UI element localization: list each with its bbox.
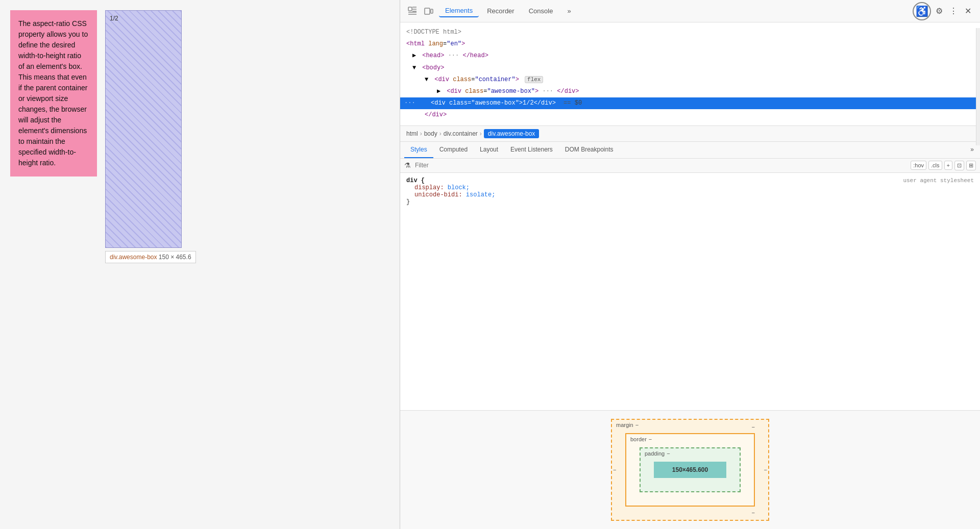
tree-html[interactable]: <html lang="en"> xyxy=(400,38,980,50)
panel-tab-dom-breakpoints[interactable]: DOM Breakpoints xyxy=(559,142,620,158)
element-tooltip: div.awesome-box 150 × 465.6 xyxy=(105,251,196,263)
margin-bottom-label: − xyxy=(752,510,755,516)
tree-div-awesome-2-selected[interactable]: ··· <div class="awesome-box">1/2</div> =… xyxy=(400,97,980,109)
styles-panel: Styles Computed Layout Event Listeners D… xyxy=(400,142,980,411)
tab-more[interactable]: » xyxy=(561,5,577,17)
margin-label: margin xyxy=(616,422,633,428)
tree-body[interactable]: ▼ <body> xyxy=(400,62,980,74)
panel-tabs: Styles Computed Layout Event Listeners D… xyxy=(400,142,980,159)
tree-doctype[interactable]: <!DOCTYPE html> xyxy=(400,27,980,38)
html-tree: <!DOCTYPE html> <html lang="en"> ▶ <head… xyxy=(400,22,980,126)
padding-dash: − xyxy=(667,450,670,457)
add-rule-button[interactable]: + xyxy=(944,161,952,170)
filter-icon: ⚗ xyxy=(404,161,411,169)
accessibility-icon[interactable]: ♿ xyxy=(913,2,931,20)
panel-tab-computed[interactable]: Computed xyxy=(433,142,474,158)
css-rule-header: div { user agent stylesheet xyxy=(406,177,974,184)
box-model-section: margin − border − padding − 150×465.600 xyxy=(400,410,980,529)
layout-button[interactable]: ⊞ xyxy=(966,161,976,170)
panel-tab-more[interactable]: » xyxy=(968,142,976,158)
breadcrumb-body[interactable]: body xyxy=(424,130,437,137)
margin-right-label: − xyxy=(764,467,767,473)
css-rules: div { user agent stylesheet display: blo… xyxy=(400,173,980,411)
text-box-content: The aspect-ratio CSS property allows you… xyxy=(18,19,88,167)
css-property-display: display: block; xyxy=(406,184,974,191)
filter-input[interactable] xyxy=(415,162,906,169)
device-toggle-icon[interactable] xyxy=(423,5,435,17)
cls-button[interactable]: .cls xyxy=(928,161,942,170)
margin-left-label: − xyxy=(613,467,616,473)
aspect-box-label: 1/2 xyxy=(110,15,118,22)
border-label: border xyxy=(630,436,647,442)
devtools-panel: Elements Recorder Console » ♿ ⚙ ⋮ ✕ xyxy=(400,0,980,529)
css-prop-unicode-bidi: unicode-bidi: isolate; xyxy=(414,191,495,198)
css-selector: div { xyxy=(406,177,425,184)
css-close-brace: } xyxy=(406,198,974,206)
preview-content: The aspect-ratio CSS property allows you… xyxy=(0,0,400,258)
tooltip-size: 150 × 465.6 xyxy=(159,254,191,261)
tab-recorder[interactable]: Recorder xyxy=(481,5,520,17)
css-property-unicode-bidi: unicode-bidi: isolate; xyxy=(406,191,974,198)
aspect-box: 1/2 xyxy=(105,10,182,248)
border-dash: − xyxy=(649,436,652,442)
css-prop-display: display: block; xyxy=(414,184,470,191)
header-right-icons: ♿ ⚙ ⋮ ✕ xyxy=(913,2,974,20)
devtools-tabs: Elements Recorder Console » xyxy=(439,5,909,17)
padding-label: padding xyxy=(645,450,665,457)
more-menu-icon[interactable]: ⋮ xyxy=(947,5,960,17)
panel-tab-styles[interactable]: Styles xyxy=(404,142,433,158)
box-content: 150×465.600 xyxy=(654,462,726,478)
margin-dash: − xyxy=(635,422,639,428)
svg-rect-6 xyxy=(425,8,430,14)
breadcrumb: html › body › div.container › div.awesom… xyxy=(400,126,980,142)
box-size: 150×465.600 xyxy=(672,466,708,473)
tree-div-awesome-1[interactable]: ▶ <div class="awesome-box"> ··· </div> xyxy=(400,86,980,97)
tree-div-container[interactable]: ▼ <div class="container"> flex xyxy=(400,74,980,86)
hov-button[interactable]: :hov xyxy=(911,161,926,170)
elements-panel: <!DOCTYPE html> <html lang="en"> ▶ <head… xyxy=(400,22,980,529)
tab-console[interactable]: Console xyxy=(523,5,559,17)
filter-bar: ⚗ :hov .cls + ⊡ ⊞ xyxy=(400,159,980,173)
user-agent-label: user agent stylesheet xyxy=(903,178,974,184)
panel-tab-layout[interactable]: Layout xyxy=(474,142,504,158)
tree-close-div[interactable]: </div> xyxy=(400,109,980,121)
svg-rect-7 xyxy=(431,9,433,13)
settings-icon[interactable]: ⚙ xyxy=(933,5,945,17)
close-icon[interactable]: ✕ xyxy=(962,5,974,17)
panel-tab-event-listeners[interactable]: Event Listeners xyxy=(504,142,559,158)
tab-elements[interactable]: Elements xyxy=(439,5,479,17)
browser-preview: The aspect-ratio CSS property allows you… xyxy=(0,0,400,529)
svg-rect-0 xyxy=(408,7,412,11)
breadcrumb-container[interactable]: div.container xyxy=(444,130,478,137)
header-icons xyxy=(406,5,435,17)
box-model: margin − border − padding − 150×465.600 xyxy=(611,419,769,521)
breadcrumb-html[interactable]: html xyxy=(406,130,418,137)
tree-head[interactable]: ▶ <head> ··· </head> xyxy=(400,50,980,62)
filter-actions: :hov .cls + ⊡ ⊞ xyxy=(911,161,976,170)
text-box: The aspect-ratio CSS property allows you… xyxy=(10,10,97,177)
margin-top-label: − xyxy=(752,424,755,430)
devtools-header: Elements Recorder Console » ♿ ⚙ ⋮ ✕ xyxy=(400,0,980,22)
copy-button[interactable]: ⊡ xyxy=(954,161,964,170)
element-picker-icon[interactable] xyxy=(406,5,419,17)
breadcrumb-awesome-box[interactable]: div.awesome-box xyxy=(484,129,539,138)
tooltip-name: div.awesome-box xyxy=(110,254,157,261)
